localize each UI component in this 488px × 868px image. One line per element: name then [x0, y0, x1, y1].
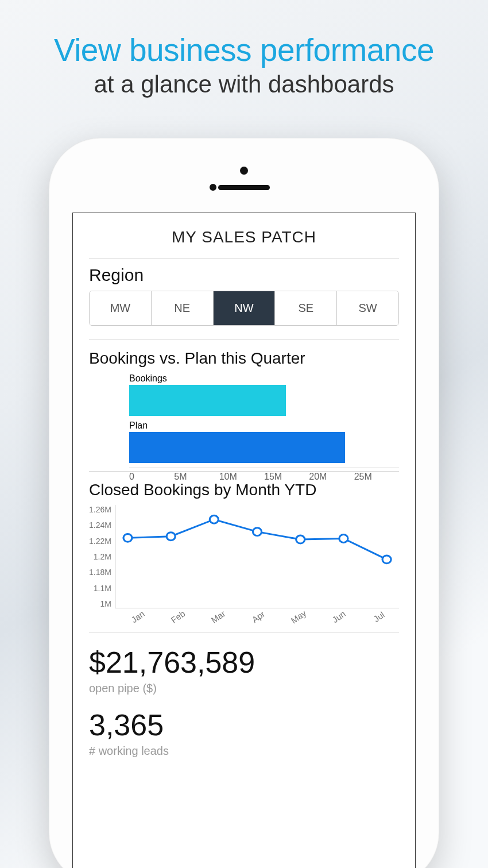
bar-label: Plan — [129, 421, 399, 431]
line-chart-x-axis: JanFebMarAprMayJunJul — [118, 612, 399, 622]
line-chart — [115, 505, 399, 608]
open-pipe-label: open pipe ($) — [89, 682, 399, 695]
working-leads-label: # working leads — [89, 744, 399, 758]
region-option-mw[interactable]: MW — [90, 291, 152, 325]
region-option-nw[interactable]: NW — [214, 291, 276, 325]
region-option-sw[interactable]: SW — [337, 291, 398, 325]
bar-segment — [129, 432, 345, 463]
bar-chart-x-axis: 05M10M15M20M25M — [129, 468, 399, 482]
line-chart-title: Closed Bookings by Month YTD — [89, 481, 399, 499]
bar-chart: BookingsPlan05M10M15M20M25M — [129, 373, 399, 471]
device-frame: MY SALES PATCH Region MWNENWSESW Booking… — [49, 138, 439, 868]
bar-label: Bookings — [129, 373, 399, 384]
region-label: Region — [89, 265, 399, 285]
bar-chart-title: Bookings vs. Plan this Quarter — [89, 349, 399, 368]
line-point — [123, 534, 132, 542]
app-screen: MY SALES PATCH Region MWNENWSESW Booking… — [72, 213, 416, 868]
line-point — [339, 534, 348, 542]
region-option-ne[interactable]: NE — [152, 291, 214, 325]
line-chart-y-axis: 1.26M1.24M1.22M1.2M1.18M1.1M1M — [89, 505, 115, 608]
open-pipe-value: $21,763,589 — [89, 645, 399, 680]
line-point — [382, 555, 391, 564]
region-option-se[interactable]: SE — [275, 291, 337, 325]
promo-subtitle: at a glance with dashboards — [0, 71, 488, 98]
bar-segment — [129, 385, 286, 416]
promo-title: View business performance — [0, 32, 488, 68]
line-point — [210, 515, 218, 523]
line-point — [166, 533, 175, 541]
line-point — [296, 535, 305, 543]
line-point — [253, 528, 261, 536]
page-title: MY SALES PATCH — [73, 213, 415, 258]
region-segmented-control[interactable]: MWNENWSESW — [89, 291, 399, 326]
working-leads-value: 3,365 — [89, 708, 399, 742]
